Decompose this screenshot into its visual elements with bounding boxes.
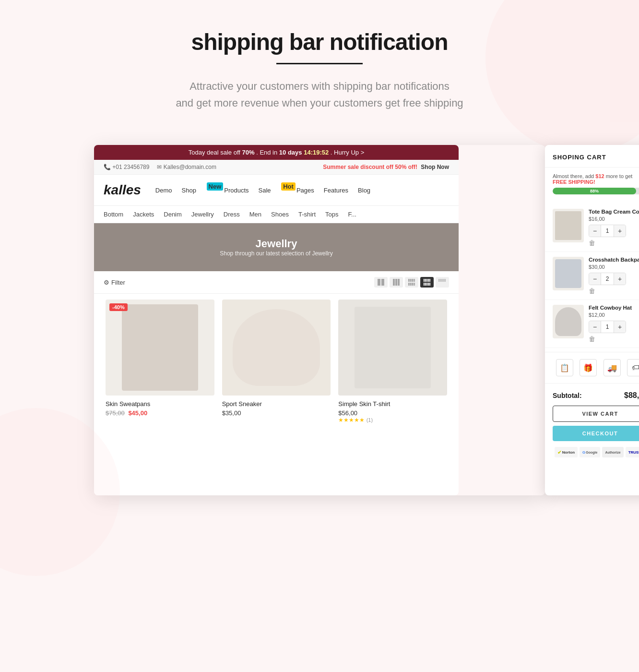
view-cart-button[interactable]: VIEW CART — [553, 406, 639, 422]
cart-item-price-1: $16,00 — [589, 216, 639, 222]
shipping-bar-track: 88% — [553, 188, 639, 194]
trust-google: G Google — [580, 447, 600, 457]
cart-action-gift[interactable]: 🎁 — [580, 359, 597, 376]
grid-options — [374, 277, 449, 288]
hero-subtitle: Shop through our latest selection of Jew… — [220, 250, 332, 257]
delete-item-1[interactable]: 🗑 — [589, 239, 595, 247]
hat-img — [555, 307, 581, 336]
delete-item-2[interactable]: 🗑 — [589, 287, 595, 295]
cart-item-details-2: Crosshatch Backpack $30,00 − 2 + 🗑 — [589, 257, 639, 295]
product-card-2[interactable]: Sport Sneaker $35,00 — [218, 294, 335, 429]
grid-opt-2[interactable] — [390, 277, 403, 288]
subtotal-label: Subtotal: — [553, 392, 582, 399]
qty-decrease-2[interactable]: − — [589, 273, 601, 285]
shipping-text-suffix: more to get — [606, 173, 633, 179]
product-name-1: Skin Sweatpans — [106, 400, 214, 408]
cat-jewellry[interactable]: Jewellry — [191, 211, 214, 218]
svg-rect-17 — [429, 279, 430, 282]
grid-opt-5[interactable] — [436, 277, 449, 288]
cat-shoes[interactable]: Shoes — [271, 211, 289, 218]
nav-pages[interactable]: Pages — [296, 187, 314, 194]
product-price-3: $56,00 — [338, 409, 447, 417]
topbar-right: Summer sale discount off 50% off! Shop N… — [323, 164, 449, 170]
svg-rect-14 — [425, 279, 426, 282]
checkout-button[interactable]: CHECKOUT — [553, 426, 639, 441]
nav-demo[interactable]: Demo — [155, 187, 172, 194]
nav-shop[interactable]: Shop New — [182, 186, 215, 194]
svg-rect-15 — [426, 279, 427, 282]
product-card-1[interactable]: -40% Skin Sweatpans $75,00 $45,00 — [102, 294, 218, 429]
svg-rect-13 — [424, 279, 425, 282]
cat-bottom[interactable]: Bottom — [104, 211, 123, 218]
qty-control-3: − 1 + — [589, 321, 626, 333]
qty-value-1: 1 — [601, 225, 614, 237]
svg-rect-27 — [442, 279, 443, 282]
topbar-email: ✉ Kalles@domain.com — [157, 164, 216, 170]
svg-rect-6 — [410, 279, 412, 282]
qty-increase-2[interactable]: + — [614, 273, 626, 285]
nav-sale[interactable]: Sale Hot — [259, 186, 287, 194]
nav-blog[interactable]: Blog — [358, 187, 370, 194]
shop-badge: New — [207, 182, 224, 191]
trust-norton: ✔ Norton — [555, 447, 578, 457]
trust-authorize: Authorize — [602, 447, 623, 457]
product-img-2 — [222, 300, 331, 396]
qty-decrease-1[interactable]: − — [589, 225, 601, 237]
svg-rect-30 — [445, 279, 446, 282]
price-old-1: $75,00 — [106, 409, 125, 417]
qty-increase-1[interactable]: + — [614, 225, 626, 237]
page-title: shipping bar notification — [10, 29, 629, 55]
filter-button[interactable]: ⚙ Filter — [104, 279, 125, 286]
qty-increase-3[interactable]: + — [614, 321, 626, 333]
grid-opt-1[interactable] — [374, 277, 388, 288]
cat-men[interactable]: Men — [249, 211, 261, 218]
product-img-3 — [338, 300, 447, 396]
filter-bar: ⚙ Filter — [94, 271, 459, 294]
cat-denim[interactable]: Denim — [164, 211, 182, 218]
qty-decrease-3[interactable]: − — [589, 321, 601, 333]
filter-icon: ⚙ — [104, 279, 109, 286]
svg-rect-28 — [443, 279, 444, 282]
cart-action-clipboard[interactable]: 📋 — [556, 359, 573, 376]
page-header: shipping bar notification Attractive you… — [0, 0, 639, 126]
topbar-sale-percent: 50% off! — [395, 164, 417, 170]
product-price-2: $35,00 — [222, 409, 331, 417]
product-card-3[interactable]: Simple Skin T-shirt $56,00 ★★★★★ (1) — [334, 294, 451, 429]
svg-rect-16 — [428, 279, 429, 282]
norton-icon: ✔ — [557, 450, 561, 455]
grid-opt-3[interactable] — [405, 277, 418, 288]
nav-links: Demo Shop New Products Sale Hot Pages Fe… — [155, 186, 370, 194]
grid-opt-4[interactable] — [420, 277, 434, 288]
topbar-left: 📞 +01 23456789 ✉ Kalles@domain.com — [104, 164, 216, 170]
shipping-amount: $12 — [595, 173, 604, 179]
cat-jackets[interactable]: Jackets — [133, 211, 154, 218]
delete-item-3[interactable]: 🗑 — [589, 335, 595, 343]
cart-item-price-3: $12,00 — [589, 312, 639, 318]
nav-products[interactable]: Products — [224, 187, 248, 194]
svg-rect-0 — [378, 279, 380, 286]
price-3: $56,00 — [338, 409, 357, 417]
nav-features[interactable]: Features — [324, 187, 348, 194]
topbar-shop-now[interactable]: Shop Now — [421, 164, 449, 170]
qty-control-1: − 1 + — [589, 225, 626, 237]
cat-tshirt[interactable]: T-shirt — [298, 211, 316, 218]
cart-item-img-3 — [553, 305, 584, 338]
subtitle-line1: Attractive your customers with shipping … — [189, 80, 450, 92]
cart-item-img-1 — [553, 209, 584, 242]
deal-text-end: . Hurry Up > — [331, 149, 364, 156]
cart-item-price-2: $30,00 — [589, 264, 639, 270]
store-nav: kalles Demo Shop New Products Sale Hot P… — [94, 175, 459, 206]
trust-truste: TRUSTe — [626, 447, 639, 457]
hero-title: Jewellry — [256, 238, 297, 250]
cat-tops[interactable]: Tops — [325, 211, 338, 218]
product-img-1: -40% — [106, 300, 214, 396]
cart-item-3: Felt Cowboy Hat $12,00 − 1 + 🗑 — [545, 300, 639, 348]
cart-panel: SHOPING CART ✕ Almost there, add $12 mor… — [545, 145, 639, 495]
store-logo[interactable]: kalles — [104, 182, 141, 198]
tote-img — [555, 211, 581, 240]
cat-dress[interactable]: Dress — [224, 211, 240, 218]
deal-text-mid: . End in — [256, 149, 279, 156]
cat-more[interactable]: F... — [348, 211, 356, 218]
cart-action-shipping[interactable]: 🚚 — [604, 359, 621, 376]
cart-action-coupon[interactable]: 🏷 — [627, 359, 639, 376]
